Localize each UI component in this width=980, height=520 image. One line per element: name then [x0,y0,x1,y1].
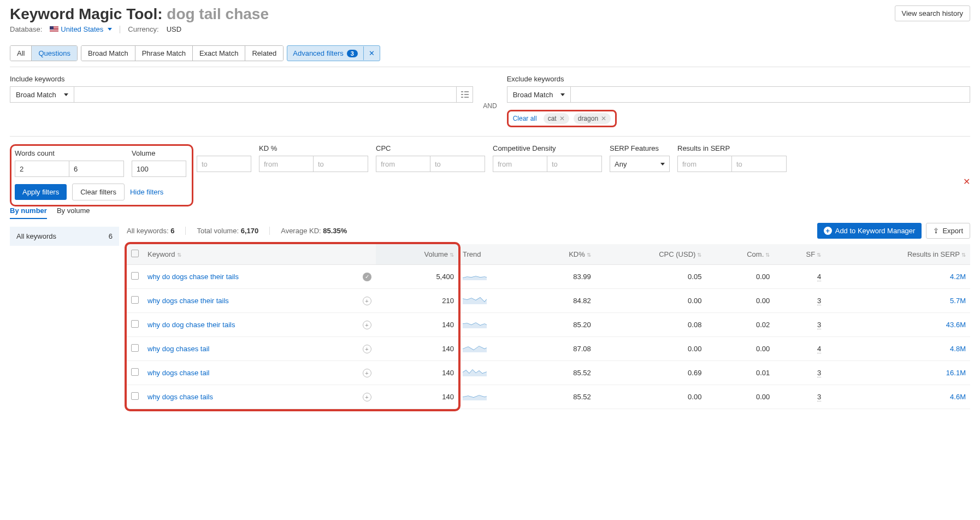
keyword-link[interactable]: why do dog chase their tails [143,313,358,337]
tab-phrase-match[interactable]: Phrase Match [135,46,193,61]
col-volume[interactable]: Volume⇅ [376,244,458,265]
sf-cell[interactable]: 3 [774,361,825,385]
results-serp-cell[interactable]: 16.1M [825,361,970,385]
tab-questions[interactable]: Questions [32,46,77,61]
sf-cell[interactable]: 4 [774,265,825,289]
remove-chip-cat[interactable]: ✕ [559,115,565,122]
tab-all[interactable]: All [10,46,32,61]
hide-filters-link[interactable]: Hide filters [130,188,163,196]
cpc-cell: 0.08 [595,313,706,337]
volume-cell: 140 [376,313,458,337]
trend-cell [458,361,529,385]
apply-filters-button[interactable]: Apply filters [15,184,67,200]
cd-to-input[interactable] [547,156,602,172]
exclude-match-select[interactable]: Broad Match [507,86,571,103]
sf-cell[interactable]: 3 [774,313,825,337]
row-checkbox[interactable] [131,320,139,328]
add-keyword-icon[interactable]: + [363,345,371,353]
view-history-button[interactable]: View search history [895,5,970,21]
clear-filters-button[interactable]: Clear filters [72,184,125,200]
serp-features-select[interactable]: Any [610,156,670,172]
table-row: why dog chases tail + 140 87.08 0.00 0.0… [127,337,970,361]
add-keyword-icon[interactable]: + [363,321,371,329]
select-all-checkbox[interactable] [131,250,139,257]
results-serp-cell[interactable]: 5.7M [825,289,970,313]
chevron-down-icon [64,93,68,96]
include-match-select[interactable]: Broad Match [10,86,74,103]
row-checkbox[interactable] [131,368,139,376]
tab-related[interactable]: Related [245,46,283,61]
results-serp-cell[interactable]: 4.2M [825,265,970,289]
words-from-input[interactable] [15,161,69,177]
volume-cell: 140 [376,361,458,385]
serp-to-input[interactable] [732,156,787,172]
remove-filters-icon[interactable]: ✕ [963,176,970,187]
volume-from-input[interactable] [132,161,186,177]
table-row: why do dog chase their tails + 140 85.20… [127,313,970,337]
advanced-filters-toggle[interactable]: Advanced filters 3 ✕ [287,45,380,61]
cpc-cell: 0.69 [595,361,706,385]
add-to-keyword-manager-button[interactable]: + Add to Keyword Manager [817,223,922,239]
sort-icon: ⇅ [765,252,770,258]
keyword-link[interactable]: why dog chases tail [143,337,358,361]
tab-broad-match[interactable]: Broad Match [81,46,135,61]
row-checkbox[interactable] [131,272,139,280]
list-icon[interactable] [457,86,473,103]
exclude-keywords-input[interactable] [571,86,970,103]
cpc-cell: 0.05 [595,265,706,289]
export-button[interactable]: ⇪ Export [926,223,970,239]
sidebar-all-keywords[interactable]: All keywords 6 [10,227,119,246]
keyword-link[interactable]: why dogs chase tails [143,385,358,409]
sf-cell[interactable]: 3 [774,289,825,313]
sf-cell[interactable]: 4 [774,337,825,361]
sf-cell[interactable]: 3 [774,385,825,409]
cd-from-input[interactable] [493,156,547,172]
keyword-link[interactable]: why dogs chase tail [143,361,358,385]
results-serp-cell[interactable]: 4.6M [825,385,970,409]
database-select[interactable]: United States [50,25,112,33]
results-serp-cell[interactable]: 43.6M [825,313,970,337]
row-checkbox[interactable] [131,344,139,352]
col-keyword[interactable]: Keyword⇅ [143,244,358,265]
cpc-from-input[interactable] [376,156,430,172]
sidebar-tab-by-volume[interactable]: By volume [57,206,90,219]
include-keywords-label: Include keywords [10,75,473,83]
cpc-to-input[interactable] [430,156,485,172]
database-label: Database: [10,25,42,33]
volume-to-input[interactable] [197,156,251,172]
tab-exact-match[interactable]: Exact Match [193,46,246,61]
advanced-filters-close[interactable]: ✕ [363,46,380,60]
sidebar-tab-by-number[interactable]: By number [10,206,47,219]
cpc-cell: 0.00 [595,289,706,313]
add-keyword-icon[interactable]: + [363,369,371,377]
words-to-input[interactable] [69,161,124,177]
cpc-cell: 0.00 [595,337,706,361]
row-checkbox[interactable] [131,296,139,304]
exclude-chips-highlight: Clear all cat✕ dragon✕ [507,110,617,127]
sort-icon: ⇅ [697,252,701,258]
row-checkbox[interactable] [131,392,139,400]
com-cell: 0.00 [706,289,774,313]
remove-chip-dragon[interactable]: ✕ [601,115,606,122]
keyword-link[interactable]: why dogs chase their tails [143,289,358,313]
serp-from-input[interactable] [677,156,732,172]
volume-cell: 210 [376,289,458,313]
kd-cell: 85.52 [529,385,595,409]
col-com[interactable]: Com.⇅ [706,244,774,265]
col-sf[interactable]: SF⇅ [774,244,825,265]
col-kd[interactable]: KD%⇅ [529,244,595,265]
results-table: Keyword⇅ Volume⇅ Trend KD%⇅ CPC (USD)⇅ C… [127,244,970,409]
currency-label: Currency: [128,25,158,33]
add-keyword-icon[interactable]: + [363,297,371,305]
clear-all-excludes[interactable]: Clear all [513,115,537,122]
keyword-link[interactable]: why do dogs chase their tails [143,265,358,289]
kd-from-input[interactable] [259,156,314,172]
trend-cell [458,337,529,361]
col-results-serp[interactable]: Results in SERP⇅ [825,244,970,265]
table-row: why dogs chase tails + 140 85.52 0.00 0.… [127,385,970,409]
results-serp-cell[interactable]: 4.8M [825,337,970,361]
add-keyword-icon[interactable]: + [363,393,371,401]
col-cpc[interactable]: CPC (USD)⇅ [595,244,706,265]
kd-to-input[interactable] [314,156,368,172]
include-keywords-input[interactable] [74,86,457,103]
